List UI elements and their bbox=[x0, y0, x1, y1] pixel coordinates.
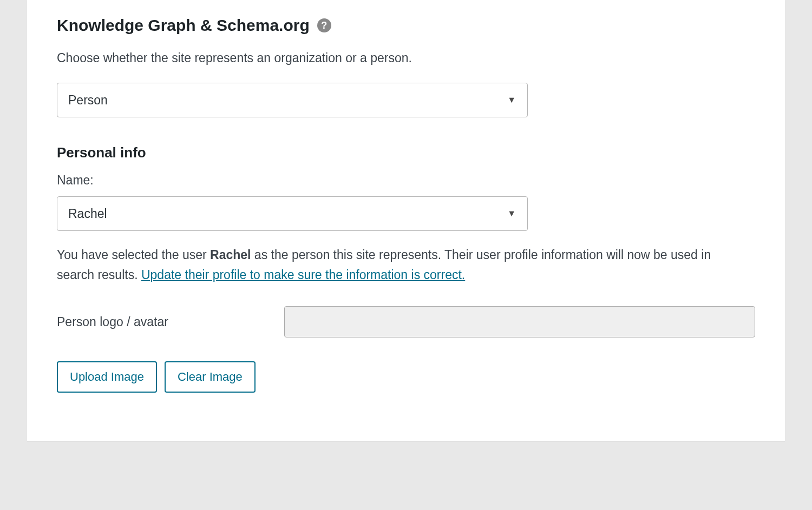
update-profile-link[interactable]: Update their profile to make sure the in… bbox=[141, 268, 465, 282]
clear-image-button[interactable]: Clear Image bbox=[165, 361, 256, 393]
name-select[interactable]: Rachel bbox=[57, 196, 528, 231]
info-text-user: Rachel bbox=[210, 248, 251, 262]
section-description: Choose whether the site represents an or… bbox=[57, 49, 755, 68]
button-row: Upload Image Clear Image bbox=[57, 361, 755, 393]
logo-label: Person logo / avatar bbox=[57, 315, 273, 329]
logo-input[interactable] bbox=[284, 306, 755, 337]
settings-panel: Knowledge Graph & Schema.org ? Choose wh… bbox=[27, 0, 785, 442]
entity-type-select[interactable]: Person bbox=[57, 83, 528, 117]
section-heading-row: Knowledge Graph & Schema.org ? bbox=[57, 16, 755, 35]
help-icon[interactable]: ? bbox=[317, 18, 331, 32]
info-text-pre: You have selected the user bbox=[57, 248, 210, 262]
name-select-wrap: Rachel ▼ bbox=[57, 196, 528, 231]
user-selection-info: You have selected the user Rachel as the… bbox=[57, 245, 739, 286]
logo-row: Person logo / avatar bbox=[57, 306, 755, 337]
personal-info-heading: Personal info bbox=[57, 144, 755, 161]
name-label: Name: bbox=[57, 173, 755, 188]
section-heading: Knowledge Graph & Schema.org bbox=[57, 16, 310, 35]
entity-type-select-wrap: Person ▼ bbox=[57, 83, 528, 117]
upload-image-button[interactable]: Upload Image bbox=[57, 361, 157, 393]
